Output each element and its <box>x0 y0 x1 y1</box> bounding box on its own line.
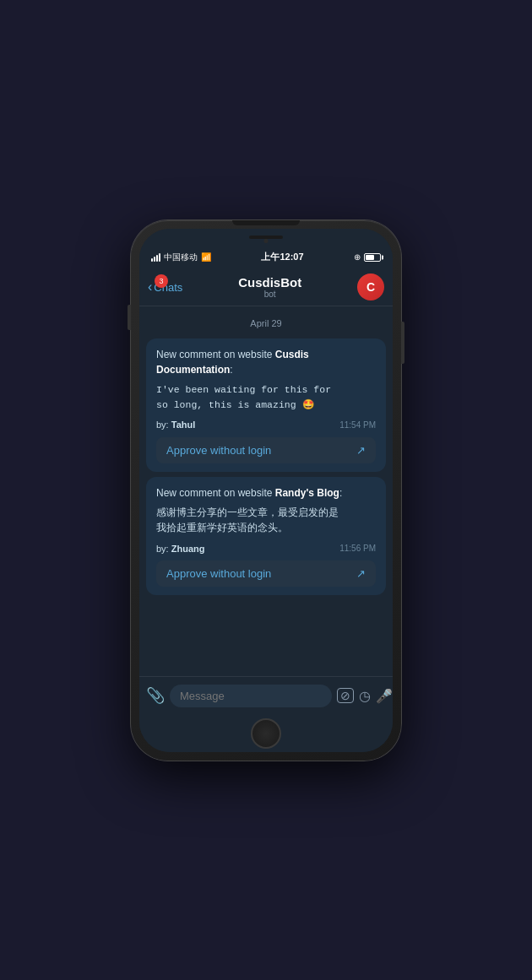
approve-label-2: Approve without login <box>166 567 271 580</box>
colon-2: : <box>339 487 342 499</box>
nav-title-block: CusdisBot bot <box>238 275 301 299</box>
signal-icon <box>151 253 160 262</box>
message-meta-2: by: Zhuang 11:56 PM <box>156 542 376 556</box>
bot-name: CusdisBot <box>238 275 301 290</box>
battery-icon <box>364 253 381 262</box>
carrier-label: 中国移动 <box>164 252 198 263</box>
message-body-1: I've been waiting for this for so long, … <box>156 382 376 414</box>
message-time-1: 11:54 PM <box>339 419 376 431</box>
message-input[interactable] <box>170 685 332 707</box>
chat-area: April 29 New comment on website Cusdis D… <box>139 306 393 676</box>
home-area <box>139 715 393 752</box>
intro-text-2: New comment on website <box>156 487 275 499</box>
notch <box>232 220 300 225</box>
approve-button-1[interactable]: Approve without login ↗ <box>156 437 376 463</box>
author-name-2: Zhuang <box>171 544 205 554</box>
site-name-2: Randy's Blog <box>275 487 339 499</box>
date-label: April 29 <box>146 318 386 328</box>
clock-icon[interactable]: ◷ <box>359 688 371 704</box>
message-author-1: by: Tahul <box>156 418 195 432</box>
wifi-icon: 📶 <box>201 252 211 262</box>
chevron-left-icon: ‹ <box>148 279 152 295</box>
phone-screen: 中国移动 📶 上午12:07 ⊕ ‹ 3 Chats CusdisBot bot <box>139 229 393 752</box>
message-bubble-2: New comment on website Randy's Blog: 感谢博… <box>146 477 386 595</box>
author-prefix-1: by: <box>156 420 171 430</box>
battery-fill <box>366 255 374 260</box>
status-time: 上午12:07 <box>261 251 303 263</box>
message-intro-2: New comment on website Randy's Blog: <box>156 485 376 501</box>
message-time-2: 11:56 PM <box>339 542 376 555</box>
arrow-up-right-icon-2: ↗ <box>356 567 366 580</box>
status-bar: 中国移动 📶 上午12:07 ⊕ <box>139 246 393 269</box>
home-button[interactable] <box>251 718 281 749</box>
message-author-2: by: Zhuang <box>156 542 204 556</box>
speaker-grill <box>249 236 283 239</box>
bot-type: bot <box>238 290 301 299</box>
sticker-icon[interactable]: ⊘ <box>337 688 354 703</box>
nav-bar: ‹ 3 Chats CusdisBot bot C <box>139 269 393 306</box>
message-intro-1: New comment on website Cusdis Documentat… <box>156 347 376 377</box>
approve-button-2[interactable]: Approve without login ↗ <box>156 560 376 587</box>
bot-avatar[interactable]: C <box>357 273 384 300</box>
author-prefix-2: by: <box>156 544 171 554</box>
approve-label-1: Approve without login <box>166 444 271 457</box>
message-bubble: New comment on website Cusdis Documentat… <box>146 338 386 472</box>
arrow-up-right-icon-1: ↗ <box>356 444 366 457</box>
phone-frame: 中国移动 📶 上午12:07 ⊕ ‹ 3 Chats CusdisBot bot <box>131 220 401 761</box>
attach-icon[interactable]: 📎 <box>146 686 165 705</box>
location-icon: ⊕ <box>354 252 361 262</box>
input-icons: ⊘ ◷ 🎤 <box>337 688 393 704</box>
message-meta-1: by: Tahul 11:54 PM <box>156 418 376 432</box>
author-name-1: Tahul <box>171 420 196 430</box>
message-body-2: 感谢博主分享的一些文章，最受启发的是 我拾起重新学好英语的念头。 <box>156 506 376 537</box>
back-button[interactable]: ‹ 3 Chats <box>148 279 182 295</box>
colon-1: : <box>230 364 232 376</box>
camera-dot <box>264 239 269 243</box>
input-bar: 📎 ⊘ ◷ 🎤 <box>139 676 393 715</box>
chats-badge: 3 <box>155 274 168 288</box>
mic-icon[interactable]: 🎤 <box>376 688 393 704</box>
intro-text-1: New comment on website <box>156 349 275 360</box>
status-right: ⊕ <box>354 252 381 262</box>
status-left: 中国移动 📶 <box>151 252 211 263</box>
